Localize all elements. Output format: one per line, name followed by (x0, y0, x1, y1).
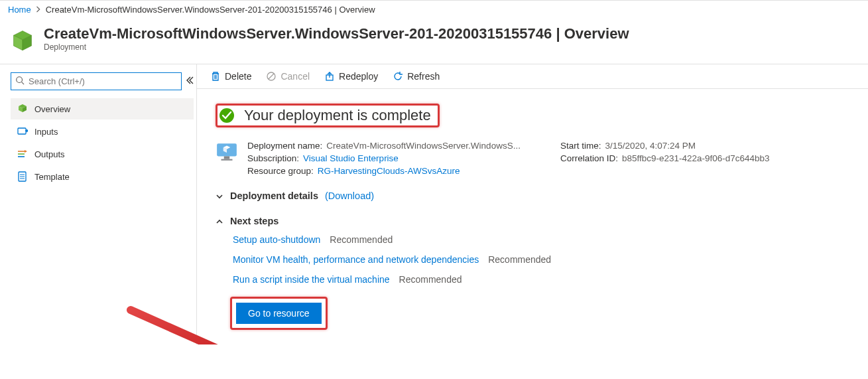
cmd-label: Cancel (280, 71, 310, 82)
outputs-icon (17, 149, 28, 159)
subscription-link[interactable]: Visual Studio Enterprise (303, 153, 399, 163)
status-message: Your deployment is complete (244, 107, 431, 124)
cancel-icon (266, 71, 277, 82)
redeploy-icon (324, 71, 335, 82)
sidebar-item-template[interactable]: Template (11, 166, 194, 187)
template-icon (17, 171, 28, 182)
command-bar: Delete Cancel Redeploy Refresh (197, 64, 868, 89)
sidebar-item-overview[interactable]: Overview (11, 98, 194, 119)
resource-group-link[interactable]: RG-HarvestingClouds-AWSvsAzure (318, 166, 460, 176)
chevron-up-icon (216, 217, 223, 225)
next-step-link[interactable]: Setup auto-shutdown (233, 234, 320, 245)
refresh-icon (393, 71, 403, 82)
section-title: Next steps (230, 216, 279, 226)
sidebar-item-label: Outputs (34, 149, 65, 159)
go-to-resource-button[interactable]: Go to resource (236, 303, 322, 324)
svg-point-0 (17, 77, 23, 83)
collapse-sidebar-icon[interactable] (186, 76, 194, 86)
kv-value: CreateVm-MicrosoftWindowsServer.WindowsS… (326, 141, 521, 151)
trash-icon (210, 71, 221, 82)
sidebar-item-label: Overview (34, 104, 70, 114)
cmd-label: Delete (225, 71, 251, 82)
kv-label: Deployment name: (247, 141, 322, 151)
sidebar-item-label: Template (34, 172, 70, 182)
kv-label: Subscription: (247, 153, 299, 163)
refresh-button[interactable]: Refresh (393, 71, 440, 82)
success-check-icon (219, 108, 235, 123)
deployment-icon (11, 28, 34, 52)
cmd-label: Refresh (407, 71, 440, 82)
chevron-down-icon (216, 192, 223, 200)
kv-value: 3/15/2020, 4:07:24 PM (605, 141, 696, 151)
search-input[interactable] (29, 76, 177, 86)
next-step-item: Run a script inside the virtual machine … (233, 274, 849, 285)
next-step-link[interactable]: Run a script inside the virtual machine (233, 274, 390, 285)
page-header: CreateVm-MicrosoftWindowsServer.WindowsS… (0, 19, 868, 64)
kv-label: Correlation ID: (560, 153, 618, 163)
download-link[interactable]: (Download) (325, 190, 374, 201)
overview-icon (17, 104, 28, 114)
recommended-tag: Recommended (330, 234, 393, 245)
svg-line-1 (22, 82, 25, 85)
section-title: Deployment details (230, 190, 318, 201)
kv-label: Resource group: (247, 166, 314, 176)
deployment-details-section[interactable]: Deployment details (Download) (216, 190, 849, 201)
monitor-icon (216, 141, 238, 163)
chevron-right-icon (35, 5, 42, 15)
search-icon (15, 76, 25, 87)
next-step-item: Setup auto-shutdown Recommended (233, 234, 849, 245)
next-step-link[interactable]: Monitor VM health, performance and netwo… (233, 254, 479, 265)
deployment-status: Your deployment is complete (216, 104, 440, 127)
inputs-icon (17, 126, 28, 137)
sidebar-item-inputs[interactable]: Inputs (11, 121, 194, 142)
delete-button[interactable]: Delete (210, 71, 251, 82)
sidebar: Overview Inputs Outputs Template (0, 64, 196, 344)
breadcrumb-home[interactable]: Home (8, 5, 31, 15)
redeploy-button[interactable]: Redeploy (324, 71, 378, 82)
svg-line-11 (269, 74, 274, 79)
sidebar-item-label: Inputs (34, 127, 58, 137)
next-steps-section[interactable]: Next steps (216, 216, 849, 226)
kv-label: Start time: (560, 141, 601, 151)
sidebar-item-outputs[interactable]: Outputs (11, 143, 194, 165)
breadcrumb-current: CreateVm-MicrosoftWindowsServer.WindowsS… (46, 5, 375, 15)
svg-rect-2 (18, 128, 26, 134)
svg-rect-16 (221, 159, 233, 161)
search-input-wrapper[interactable] (11, 72, 182, 90)
cancel-button: Cancel (266, 71, 310, 82)
svg-rect-15 (224, 156, 230, 159)
go-to-resource-highlight: Go to resource (230, 297, 328, 330)
recommended-tag: Recommended (488, 254, 551, 265)
kv-value: b85ffbc9-e231-422a-9f06-d7c644bb3 (622, 153, 770, 163)
page-subtitle: Deployment (44, 42, 629, 52)
breadcrumb: Home CreateVm-MicrosoftWindowsServer.Win… (0, 0, 868, 19)
deployment-details-block: Deployment name:CreateVm-MicrosoftWindow… (216, 141, 849, 176)
recommended-tag: Recommended (399, 274, 462, 285)
cmd-label: Redeploy (339, 71, 378, 82)
next-step-item: Monitor VM health, performance and netwo… (233, 254, 849, 265)
next-steps-list: Setup auto-shutdown Recommended Monitor … (233, 234, 849, 285)
page-title: CreateVm-MicrosoftWindowsServer.WindowsS… (44, 25, 629, 42)
